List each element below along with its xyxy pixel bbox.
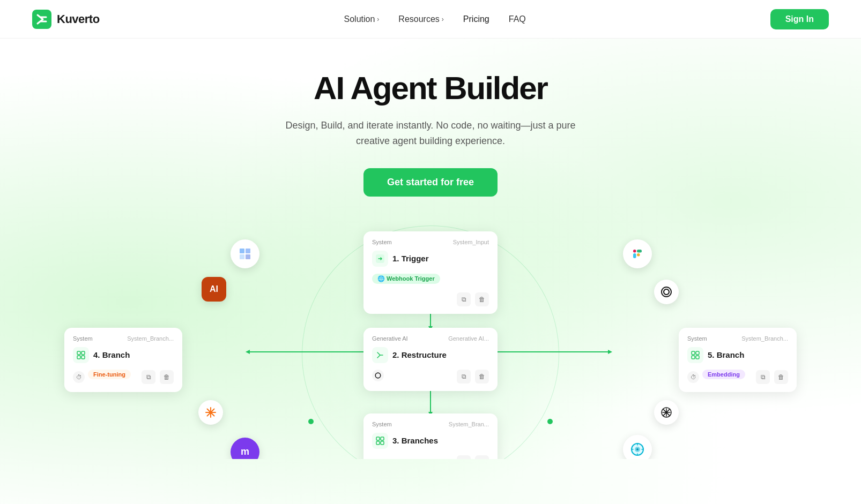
svg-rect-14 — [381, 441, 384, 445]
card-branches: System System_Bran... 3. Branches ⧉ 🗑 — [363, 413, 498, 459]
card-step-title: 4. Branch — [93, 350, 130, 359]
card-footer: ⧉ 🗑 — [372, 370, 489, 383]
card-system-label: Generative AI — [372, 335, 408, 342]
card-system-label: System — [73, 335, 93, 342]
card-system-label: System — [372, 421, 392, 427]
card-actions: ⧉ 🗑 — [457, 370, 489, 383]
float-icon-slack — [623, 239, 652, 268]
float-icon-settings — [654, 400, 679, 425]
card-actions: ⧉ 🗑 — [457, 292, 489, 306]
card-actions: ⧉ 🗑 — [457, 455, 489, 459]
card-id-label: System_Input — [453, 239, 489, 245]
card-header: Generative AI Generative AI... — [372, 335, 489, 342]
card-branch-4: System System_Branch... 4. Branch ⏱ Fine… — [64, 328, 182, 392]
card-footer: ⏱ Fine-tuning ⧉ 🗑 — [73, 370, 174, 385]
diagram-area: System System_Input 1. Trigger 🌐 Webhook… — [0, 223, 861, 459]
card-step-title: 3. Branches — [392, 436, 438, 445]
card-tag-webhook: 🌐 Webhook Trigger — [372, 273, 489, 289]
nav-pricing[interactable]: Pricing — [463, 14, 489, 24]
card-title-row: 1. Trigger — [372, 251, 489, 267]
float-icon-openai — [654, 280, 679, 304]
globe-icon: 🌐 — [377, 275, 387, 282]
float-icon-grid — [231, 239, 259, 268]
chevron-icon: › — [377, 16, 379, 23]
card-actions: ⧉ 🗑 — [142, 370, 174, 384]
card-step-title: 1. Trigger — [392, 254, 429, 263]
card-system-label: System — [372, 239, 392, 245]
hero-title: AI Agent Builder — [11, 71, 850, 106]
card-title-row: 2. Restructure — [372, 347, 489, 363]
nav-solution[interactable]: Solution › — [344, 14, 380, 24]
svg-rect-11 — [376, 437, 380, 440]
delete-button[interactable]: 🗑 — [475, 370, 489, 383]
delete-button[interactable]: 🗑 — [475, 455, 489, 459]
chevron-icon: › — [442, 16, 444, 23]
svg-marker-5 — [246, 350, 250, 354]
hero-subtitle: Design, Build, and iterate instantly. No… — [280, 118, 581, 149]
card-footer: ⧉ 🗑 — [372, 455, 489, 459]
logo-link[interactable]: Kuverto — [32, 10, 100, 29]
card-step-title: 5. Branch — [708, 350, 744, 359]
trigger-icon-box — [372, 251, 388, 267]
svg-point-7 — [308, 419, 314, 424]
copy-button[interactable]: ⧉ — [142, 370, 155, 384]
logo-text: Kuverto — [57, 12, 100, 26]
copy-button[interactable]: ⧉ — [756, 370, 770, 384]
svg-rect-15 — [77, 351, 80, 355]
navbar: Kuverto Solution › Resources › Pricing F… — [0, 0, 861, 39]
card-step-title: 2. Restructure — [392, 350, 447, 359]
card-actions: ⧉ 🗑 — [756, 370, 788, 384]
svg-rect-27 — [633, 250, 636, 253]
svg-rect-17 — [77, 356, 80, 359]
svg-point-34 — [636, 448, 639, 450]
svg-rect-28 — [633, 253, 636, 258]
delete-button[interactable]: 🗑 — [160, 370, 174, 384]
card-restructure: Generative AI Generative AI... 2. Restru… — [363, 328, 498, 391]
float-icon-m: m — [231, 438, 259, 459]
svg-rect-30 — [637, 253, 640, 257]
card-title-row: 5. Branch — [687, 347, 788, 363]
nav-resources[interactable]: Resources › — [398, 14, 443, 24]
cta-button[interactable]: Get started for free — [363, 168, 498, 197]
openai-icon — [372, 370, 384, 383]
copy-button[interactable]: ⧉ — [457, 292, 471, 306]
svg-rect-29 — [637, 250, 642, 253]
card-id-label: System_Branch... — [127, 335, 174, 342]
card-id-label: Generative AI... — [448, 335, 489, 342]
svg-rect-24 — [246, 249, 250, 253]
svg-rect-25 — [240, 254, 244, 259]
svg-rect-16 — [81, 351, 85, 355]
svg-rect-22 — [696, 356, 699, 359]
copy-button[interactable]: ⧉ — [457, 370, 471, 383]
svg-rect-18 — [81, 356, 85, 359]
embedding-tag: Embedding — [702, 370, 745, 379]
svg-point-8 — [547, 419, 553, 424]
svg-point-10 — [372, 370, 384, 381]
card-id-label: System_Bran... — [449, 421, 489, 427]
card-trigger: System System_Input 1. Trigger 🌐 Webhook… — [363, 231, 498, 314]
delete-button[interactable]: 🗑 — [774, 370, 788, 384]
delete-button[interactable]: 🗑 — [475, 292, 489, 306]
restructure-icon-box — [372, 347, 388, 363]
svg-rect-21 — [692, 356, 695, 359]
nav-faq[interactable]: FAQ — [509, 14, 526, 24]
svg-rect-20 — [696, 351, 699, 355]
hero-section: AI Agent Builder Design, Build, and iter… — [0, 39, 861, 213]
clock-icon: ⏱ — [687, 371, 699, 383]
branch-icon-box — [372, 433, 388, 449]
card-title-row: 3. Branches — [372, 433, 489, 449]
signin-button[interactable]: Sign In — [770, 9, 829, 29]
card-title-row: 4. Branch — [73, 347, 174, 363]
svg-rect-13 — [376, 441, 380, 445]
branch4-icon-box — [73, 347, 89, 363]
logo-icon — [32, 10, 51, 29]
card-header: System System_Bran... — [372, 421, 489, 427]
svg-marker-6 — [608, 350, 612, 354]
card-footer: ⧉ 🗑 — [372, 292, 489, 306]
card-branch-5: System System_Branch... 5. Branch ⏱ Embe… — [679, 328, 797, 392]
svg-rect-26 — [246, 254, 250, 259]
card-footer: ⏱ Embedding ⧉ 🗑 — [687, 370, 788, 385]
ai-label: AI — [210, 284, 218, 294]
m-label: m — [241, 446, 249, 457]
copy-button[interactable]: ⧉ — [457, 455, 471, 459]
